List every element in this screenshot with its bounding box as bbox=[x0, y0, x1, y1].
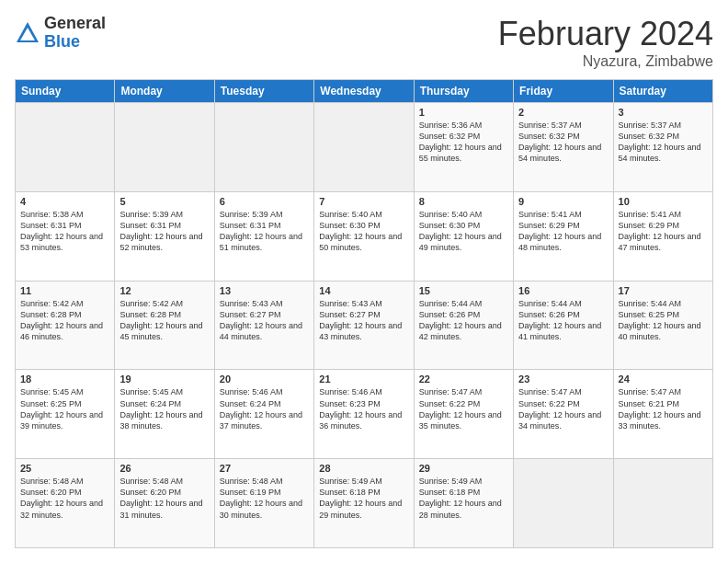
day-info: Sunrise: 5:47 AM Sunset: 6:22 PM Dayligh… bbox=[419, 386, 508, 431]
day-info: Sunrise: 5:41 AM Sunset: 6:29 PM Dayligh… bbox=[619, 209, 708, 254]
logo-text: General Blue bbox=[44, 15, 106, 52]
calendar-cell: 3Sunrise: 5:37 AM Sunset: 6:32 PM Daylig… bbox=[613, 103, 712, 192]
calendar-cell: 9Sunrise: 5:41 AM Sunset: 6:29 PM Daylig… bbox=[514, 191, 613, 281]
day-info: Sunrise: 5:38 AM Sunset: 6:31 PM Dayligh… bbox=[20, 209, 109, 254]
day-info: Sunrise: 5:47 AM Sunset: 6:21 PM Dayligh… bbox=[619, 386, 708, 431]
day-info: Sunrise: 5:44 AM Sunset: 6:26 PM Dayligh… bbox=[419, 298, 508, 343]
calendar-body: 1Sunrise: 5:36 AM Sunset: 6:32 PM Daylig… bbox=[16, 103, 713, 548]
day-info: Sunrise: 5:48 AM Sunset: 6:20 PM Dayligh… bbox=[119, 476, 209, 521]
title-section: February 2024 Nyazura, Zimbabwe bbox=[498, 15, 713, 70]
day-info: Sunrise: 5:47 AM Sunset: 6:22 PM Dayligh… bbox=[518, 386, 608, 431]
calendar-cell: 12Sunrise: 5:42 AM Sunset: 6:28 PM Dayli… bbox=[115, 281, 214, 370]
calendar-cell: 17Sunrise: 5:44 AM Sunset: 6:25 PM Dayli… bbox=[613, 281, 712, 370]
day-info: Sunrise: 5:40 AM Sunset: 6:30 PM Dayligh… bbox=[419, 209, 508, 254]
day-number: 19 bbox=[119, 373, 209, 385]
day-number: 28 bbox=[319, 463, 408, 474]
calendar-cell: 27Sunrise: 5:48 AM Sunset: 6:19 PM Dayli… bbox=[214, 459, 313, 548]
day-number: 26 bbox=[119, 463, 209, 474]
calendar-cell: 7Sunrise: 5:40 AM Sunset: 6:30 PM Daylig… bbox=[314, 191, 414, 281]
day-number: 17 bbox=[619, 285, 708, 296]
day-info: Sunrise: 5:45 AM Sunset: 6:25 PM Dayligh… bbox=[20, 386, 109, 431]
header-cell-monday: Monday bbox=[115, 80, 214, 103]
day-info: Sunrise: 5:39 AM Sunset: 6:31 PM Dayligh… bbox=[119, 209, 209, 254]
day-number: 27 bbox=[220, 463, 309, 474]
header: General Blue February 2024 Nyazura, Zimb… bbox=[15, 15, 713, 70]
calendar-cell: 28Sunrise: 5:49 AM Sunset: 6:18 PM Dayli… bbox=[314, 459, 414, 548]
day-number: 11 bbox=[20, 285, 109, 296]
day-number: 8 bbox=[419, 196, 508, 207]
main-title: February 2024 bbox=[498, 15, 713, 53]
calendar-table: SundayMondayTuesdayWednesdayThursdayFrid… bbox=[15, 79, 713, 548]
calendar-cell: 23Sunrise: 5:47 AM Sunset: 6:22 PM Dayli… bbox=[514, 370, 613, 459]
day-info: Sunrise: 5:48 AM Sunset: 6:20 PM Dayligh… bbox=[20, 476, 109, 521]
day-info: Sunrise: 5:49 AM Sunset: 6:18 PM Dayligh… bbox=[319, 476, 408, 521]
day-number: 13 bbox=[220, 285, 309, 296]
day-number: 9 bbox=[518, 196, 608, 207]
calendar-cell: 24Sunrise: 5:47 AM Sunset: 6:21 PM Dayli… bbox=[613, 370, 712, 459]
calendar-cell: 20Sunrise: 5:46 AM Sunset: 6:24 PM Dayli… bbox=[214, 370, 313, 459]
day-number: 6 bbox=[220, 196, 309, 207]
calendar-header: SundayMondayTuesdayWednesdayThursdayFrid… bbox=[16, 80, 713, 103]
day-number: 4 bbox=[20, 196, 109, 207]
calendar-cell: 29Sunrise: 5:49 AM Sunset: 6:18 PM Dayli… bbox=[414, 459, 513, 548]
calendar-cell: 16Sunrise: 5:44 AM Sunset: 6:26 PM Dayli… bbox=[514, 281, 613, 370]
subtitle: Nyazura, Zimbabwe bbox=[498, 53, 713, 70]
calendar-cell: 26Sunrise: 5:48 AM Sunset: 6:20 PM Dayli… bbox=[115, 459, 214, 548]
logo: General Blue bbox=[15, 15, 106, 52]
day-info: Sunrise: 5:43 AM Sunset: 6:27 PM Dayligh… bbox=[220, 298, 309, 343]
logo-blue: Blue bbox=[44, 33, 106, 52]
day-info: Sunrise: 5:48 AM Sunset: 6:19 PM Dayligh… bbox=[220, 476, 309, 521]
day-info: Sunrise: 5:44 AM Sunset: 6:26 PM Dayligh… bbox=[518, 298, 608, 343]
calendar-cell: 19Sunrise: 5:45 AM Sunset: 6:24 PM Dayli… bbox=[115, 370, 214, 459]
day-number: 20 bbox=[220, 373, 309, 385]
calendar-cell: 11Sunrise: 5:42 AM Sunset: 6:28 PM Dayli… bbox=[16, 281, 115, 370]
calendar-cell: 1Sunrise: 5:36 AM Sunset: 6:32 PM Daylig… bbox=[414, 103, 513, 192]
logo-general: General bbox=[44, 15, 106, 33]
header-cell-friday: Friday bbox=[514, 80, 613, 103]
day-info: Sunrise: 5:49 AM Sunset: 6:18 PM Dayligh… bbox=[419, 476, 508, 521]
day-info: Sunrise: 5:37 AM Sunset: 6:32 PM Dayligh… bbox=[619, 120, 708, 165]
calendar-cell bbox=[214, 103, 313, 192]
header-cell-thursday: Thursday bbox=[414, 80, 513, 103]
calendar-cell: 4Sunrise: 5:38 AM Sunset: 6:31 PM Daylig… bbox=[16, 191, 115, 281]
header-cell-tuesday: Tuesday bbox=[214, 80, 313, 103]
calendar-cell: 2Sunrise: 5:37 AM Sunset: 6:32 PM Daylig… bbox=[514, 103, 613, 192]
day-info: Sunrise: 5:44 AM Sunset: 6:25 PM Dayligh… bbox=[619, 298, 708, 343]
calendar-cell: 6Sunrise: 5:39 AM Sunset: 6:31 PM Daylig… bbox=[214, 191, 313, 281]
day-info: Sunrise: 5:42 AM Sunset: 6:28 PM Dayligh… bbox=[119, 298, 209, 343]
day-number: 3 bbox=[619, 107, 708, 118]
day-info: Sunrise: 5:40 AM Sunset: 6:30 PM Dayligh… bbox=[319, 209, 408, 254]
day-info: Sunrise: 5:46 AM Sunset: 6:24 PM Dayligh… bbox=[220, 386, 309, 431]
day-info: Sunrise: 5:42 AM Sunset: 6:28 PM Dayligh… bbox=[20, 298, 109, 343]
day-info: Sunrise: 5:37 AM Sunset: 6:32 PM Dayligh… bbox=[518, 120, 608, 165]
day-number: 16 bbox=[518, 285, 608, 296]
calendar-cell bbox=[514, 459, 613, 548]
calendar-cell bbox=[115, 103, 214, 192]
calendar-cell: 21Sunrise: 5:46 AM Sunset: 6:23 PM Dayli… bbox=[314, 370, 414, 459]
day-number: 2 bbox=[518, 107, 608, 118]
day-info: Sunrise: 5:46 AM Sunset: 6:23 PM Dayligh… bbox=[319, 386, 408, 431]
calendar-cell bbox=[314, 103, 414, 192]
day-number: 5 bbox=[119, 196, 209, 207]
day-info: Sunrise: 5:39 AM Sunset: 6:31 PM Dayligh… bbox=[220, 209, 309, 254]
day-info: Sunrise: 5:43 AM Sunset: 6:27 PM Dayligh… bbox=[319, 298, 408, 343]
calendar-week-0: 1Sunrise: 5:36 AM Sunset: 6:32 PM Daylig… bbox=[16, 103, 713, 192]
logo-icon bbox=[15, 20, 40, 46]
calendar-week-4: 25Sunrise: 5:48 AM Sunset: 6:20 PM Dayli… bbox=[16, 459, 713, 548]
header-row: SundayMondayTuesdayWednesdayThursdayFrid… bbox=[16, 80, 713, 103]
calendar-cell: 22Sunrise: 5:47 AM Sunset: 6:22 PM Dayli… bbox=[414, 370, 513, 459]
day-number: 12 bbox=[119, 285, 209, 296]
calendar-week-1: 4Sunrise: 5:38 AM Sunset: 6:31 PM Daylig… bbox=[16, 191, 713, 281]
day-number: 29 bbox=[419, 463, 508, 474]
calendar-cell bbox=[16, 103, 115, 192]
day-number: 24 bbox=[619, 373, 708, 385]
day-info: Sunrise: 5:45 AM Sunset: 6:24 PM Dayligh… bbox=[119, 386, 209, 431]
day-number: 14 bbox=[319, 285, 408, 296]
day-number: 1 bbox=[419, 107, 508, 118]
calendar-cell: 25Sunrise: 5:48 AM Sunset: 6:20 PM Dayli… bbox=[16, 459, 115, 548]
calendar-week-2: 11Sunrise: 5:42 AM Sunset: 6:28 PM Dayli… bbox=[16, 281, 713, 370]
day-number: 15 bbox=[419, 285, 508, 296]
calendar-cell: 10Sunrise: 5:41 AM Sunset: 6:29 PM Dayli… bbox=[613, 191, 712, 281]
day-number: 10 bbox=[619, 196, 708, 207]
day-number: 21 bbox=[319, 373, 408, 385]
